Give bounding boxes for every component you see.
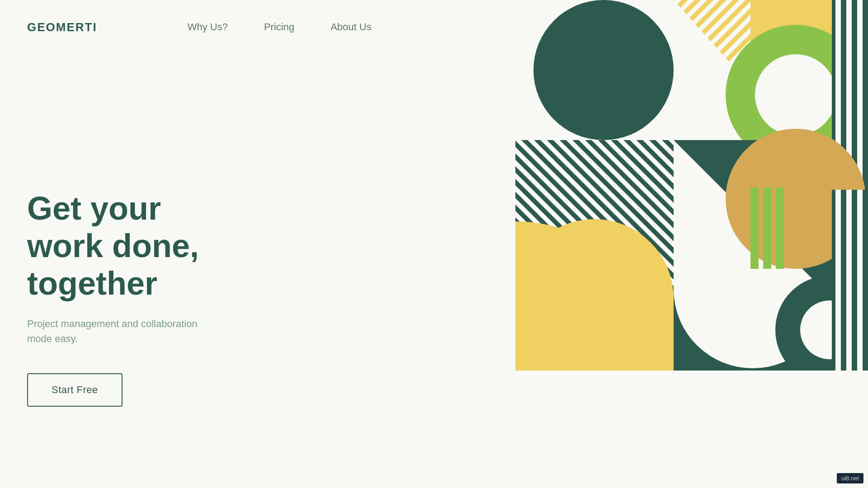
header: GEOMERTI Why Us? Pricing About Us [0, 0, 868, 54]
logo[interactable]: GEOMERTI [27, 20, 97, 34]
nav-item-about-us[interactable]: About Us [330, 21, 372, 33]
hero-section: Get your work done, together Project man… [27, 190, 217, 407]
hero-subtitle: Project management and collaboration mod… [27, 316, 217, 346]
nav-item-why-us[interactable]: Why Us? [188, 21, 228, 33]
svg-rect-26 [832, 190, 868, 371]
geometric-art-svg [515, 0, 868, 371]
main-nav: Why Us? Pricing About Us [188, 21, 372, 33]
hero-illustration [515, 0, 868, 371]
nav-item-pricing[interactable]: Pricing [264, 21, 294, 33]
hero-title: Get your work done, together [27, 190, 217, 302]
watermark: ui8.net [837, 473, 863, 483]
svg-rect-21 [750, 188, 759, 269]
svg-rect-23 [776, 188, 784, 269]
svg-rect-22 [763, 188, 771, 269]
start-free-button[interactable]: Start Free [27, 373, 123, 407]
svg-point-11 [755, 54, 836, 136]
